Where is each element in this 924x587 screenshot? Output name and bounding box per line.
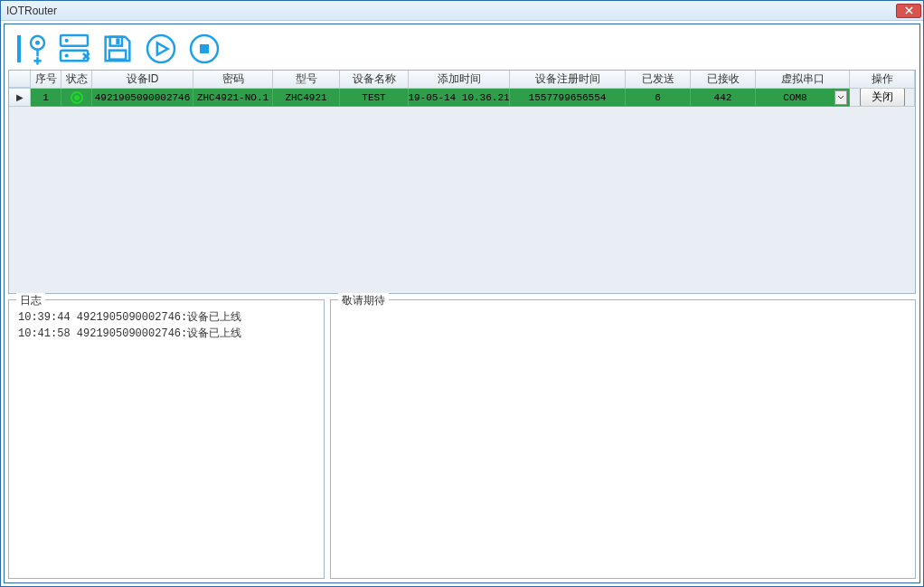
log-line: 10:41:58 4921905090002746:设备已上线 (18, 326, 315, 342)
cell-sent: 6 (626, 89, 691, 107)
row-selector[interactable]: ▶ (9, 89, 31, 107)
svg-rect-16 (109, 51, 126, 60)
svg-rect-15 (116, 38, 119, 44)
coming-soon-panel: 敬请期待 (330, 299, 916, 579)
log-line: 10:39:44 4921905090002746:设备已上线 (18, 309, 315, 326)
close-icon (905, 6, 913, 14)
row-selector-header (9, 71, 31, 88)
add-device-icon (13, 31, 49, 67)
toolbar (8, 28, 916, 70)
window-title: IOTRouter (6, 5, 896, 17)
close-button[interactable] (896, 4, 921, 18)
svg-point-17 (147, 35, 174, 62)
close-device-button[interactable]: 关闭 (860, 89, 905, 107)
bottom-panels: 日志 10:39:44 4921905090002746:设备已上线 10:41… (8, 299, 916, 579)
svg-rect-2 (17, 35, 21, 62)
grid-body: ▶ 1 4921905090002746 ZHC4921-NO.1 ZHC492… (9, 89, 915, 293)
svg-rect-14 (110, 37, 122, 46)
cell-index: 1 (31, 89, 61, 107)
col-model[interactable]: 型号 (273, 71, 340, 88)
cell-device-name: TEST (340, 89, 409, 107)
col-reg-time[interactable]: 设备注册时间 (510, 71, 626, 88)
play-button[interactable] (142, 30, 180, 68)
vcom-dropdown-button[interactable] (834, 90, 847, 105)
titlebar: IOTRouter (1, 1, 923, 21)
device-grid: 序号 状态 设备ID 密码 型号 设备名称 添加时间 设备注册时间 已发送 已接… (8, 70, 916, 294)
save-button[interactable] (99, 30, 137, 68)
col-password[interactable]: 密码 (193, 71, 273, 88)
col-index[interactable]: 序号 (31, 71, 61, 88)
log-panel: 日志 10:39:44 4921905090002746:设备已上线 10:41… (8, 299, 325, 579)
cell-reg-time: 1557799656554 (510, 89, 626, 107)
stop-button[interactable] (185, 30, 223, 68)
cell-operation: 关闭 (850, 89, 915, 107)
log-content: 10:39:44 4921905090002746:设备已上线 10:41:58… (9, 300, 324, 347)
app-window: IOTRouter (0, 0, 924, 587)
svg-point-9 (65, 39, 69, 43)
coming-soon-content (331, 300, 915, 315)
col-vcom[interactable]: 虚拟串口 (756, 71, 850, 88)
content-frame: 序号 状态 设备ID 密码 型号 设备名称 添加时间 设备注册时间 已发送 已接… (1, 21, 923, 586)
svg-rect-8 (61, 35, 88, 46)
device-manage-icon (56, 31, 92, 67)
status-online-icon (71, 91, 83, 104)
play-icon (143, 31, 179, 67)
svg-point-11 (65, 53, 69, 57)
coming-soon-title: 敬请期待 (338, 293, 389, 308)
cell-status (61, 89, 92, 107)
cell-model: ZHC4921 (273, 89, 340, 107)
add-device-button[interactable] (12, 30, 50, 68)
cell-device-id: 4921905090002746 (92, 89, 193, 107)
col-sent[interactable]: 已发送 (626, 71, 691, 88)
chevron-down-icon (837, 95, 844, 100)
cell-add-time: 19-05-14 10.36.21 (409, 89, 510, 107)
table-row[interactable]: ▶ 1 4921905090002746 ZHC4921-NO.1 ZHC492… (9, 89, 915, 107)
col-received[interactable]: 已接收 (691, 71, 756, 88)
stop-icon (186, 31, 222, 67)
save-icon (99, 31, 136, 67)
grid-header-row: 序号 状态 设备ID 密码 型号 设备名称 添加时间 设备注册时间 已发送 已接… (9, 71, 915, 89)
vcom-value: COM8 (758, 92, 833, 103)
cell-received: 442 (691, 89, 756, 107)
svg-rect-19 (200, 44, 209, 53)
inner-frame: 序号 状态 设备ID 密码 型号 设备名称 添加时间 设备注册时间 已发送 已接… (4, 24, 920, 583)
device-manage-button[interactable] (55, 30, 93, 68)
cell-vcom: COM8 (756, 89, 850, 107)
col-device-id[interactable]: 设备ID (92, 71, 193, 88)
log-panel-title: 日志 (16, 293, 45, 308)
svg-point-4 (35, 41, 40, 45)
col-device-name[interactable]: 设备名称 (340, 71, 409, 88)
col-add-time[interactable]: 添加时间 (409, 71, 510, 88)
col-operation[interactable]: 操作 (850, 71, 915, 88)
cell-password: ZHC4921-NO.1 (193, 89, 273, 107)
col-status[interactable]: 状态 (61, 71, 92, 88)
